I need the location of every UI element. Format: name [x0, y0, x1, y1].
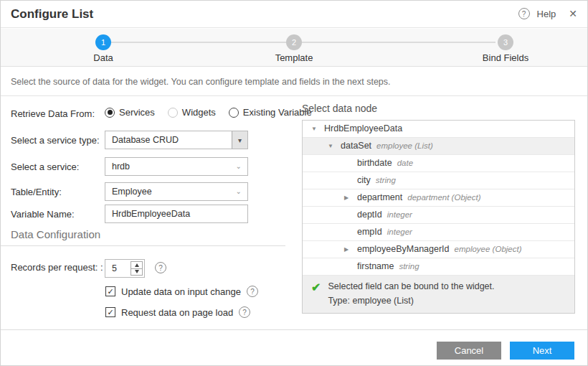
node-name: employeeByManagerId [357, 241, 450, 258]
retrieve-data-radio-group: Services Widgets Existing Variable [105, 107, 312, 118]
stepper-down-icon[interactable] [131, 269, 142, 276]
bind-message: Selected field can be bound to the widge… [328, 281, 494, 291]
node-type: employee (List) [376, 138, 433, 154]
step-connector-1 [111, 42, 286, 43]
caret-right-icon[interactable]: ▶ [344, 241, 357, 258]
radio-services-label: Services [119, 107, 155, 118]
tree-row-dataSet[interactable]: ▼dataSetemployee (List) [303, 138, 574, 155]
step-3-label: Bind Fields [463, 52, 549, 63]
check-icon: ✔ [311, 281, 321, 306]
stepper-up-icon[interactable] [131, 262, 142, 269]
tree-row-employeeByManagerId[interactable]: ▶employeeByManagerIdemployee (Object) [303, 241, 574, 258]
radio-unselected-icon[interactable] [229, 108, 239, 118]
variable-name-label: Variable Name: [11, 209, 75, 220]
node-type: integer [387, 207, 412, 223]
node-type: date [397, 155, 413, 172]
tree-row-empId[interactable]: empIdinteger [303, 224, 574, 241]
select-data-node-heading: Select data node [302, 103, 377, 114]
node-name: department [357, 189, 402, 206]
bind-type: Type: employee (List) [328, 296, 494, 306]
radio-unselected-icon[interactable] [168, 108, 178, 118]
request-data-checkbox-row: ✓ Request data on page load ? [105, 306, 250, 318]
request-data-help-icon[interactable]: ? [239, 306, 250, 318]
table-entity-select[interactable]: Employee ⌄ [105, 182, 248, 201]
node-type: employee (Object) [455, 241, 522, 258]
service-value: hrdb [112, 161, 130, 172]
tree-footer: ✔ Selected field can be bound to the wid… [303, 276, 574, 313]
radio-widgets[interactable]: Widgets [168, 107, 216, 118]
help-icon[interactable]: ? [518, 8, 530, 19]
tree-row-HrdbEmployeeData[interactable]: ▼HrdbEmployeeData [303, 121, 574, 138]
dialog-header: Configure List ? Help ✕ [1, 1, 587, 28]
records-help-icon[interactable]: ? [155, 262, 166, 273]
update-data-help-icon[interactable]: ? [247, 286, 258, 297]
subtitle-text: Select the source of data for the widget… [11, 77, 391, 87]
tree-row-firstname[interactable]: firstnamestring [303, 258, 574, 276]
service-type-select[interactable]: Database CRUD ▾ [105, 131, 248, 149]
request-data-checkbox-label: Request data on page load [121, 307, 233, 318]
node-name: empId [357, 224, 382, 240]
chevron-down-icon[interactable]: ⌄ [236, 162, 242, 170]
step-2-circle[interactable]: 2 [286, 34, 302, 50]
service-select[interactable]: hrdb ⌄ [105, 157, 248, 176]
tree-row-deptId[interactable]: deptIdinteger [303, 207, 574, 224]
update-data-checkbox-label: Update data on input change [121, 286, 241, 297]
dialog-subtitle: Select the source of data for the widget… [1, 67, 587, 96]
chevron-down-icon[interactable]: ▾ [232, 131, 247, 149]
tree-row-birthdate[interactable]: birthdatedate [303, 155, 574, 172]
radio-existing-variable[interactable]: Existing Variable [229, 107, 312, 118]
caret-down-icon[interactable]: ▼ [328, 138, 341, 154]
tree-row-city[interactable]: citystring [303, 172, 574, 189]
radio-widgets-label: Widgets [182, 107, 216, 118]
radio-selected-icon[interactable] [105, 108, 115, 118]
next-button[interactable]: Next [510, 342, 574, 360]
node-name: dataSet [341, 138, 371, 154]
service-type-label: Select a service type: [11, 135, 100, 146]
data-node-tree: ▼HrdbEmployeeData▼dataSetemployee (List)… [302, 120, 575, 314]
variable-name-input[interactable]: HrdbEmployeeData [105, 205, 248, 223]
retrieve-data-from-label: Retrieve Data From: [11, 108, 95, 119]
node-name: deptId [357, 207, 382, 223]
step-1-label: Data [60, 52, 146, 63]
service-label: Select a service: [11, 161, 79, 172]
node-type: department (Object) [407, 189, 480, 206]
service-type-value: Database CRUD [112, 135, 179, 145]
variable-name-value: HrdbEmployeeData [112, 209, 190, 219]
configure-list-dialog: Configure List ? Help ✕ 1 Data 2 Templat… [0, 0, 588, 366]
step-1-circle[interactable]: 1 [95, 34, 111, 50]
records-per-request-label: Records per request: : [11, 262, 103, 273]
node-type: string [376, 172, 396, 189]
step-3-circle[interactable]: 3 [498, 34, 513, 50]
tree-row-department[interactable]: ▶departmentdepartment (Object) [303, 189, 574, 207]
table-entity-label: Table/Entity: [11, 187, 62, 197]
update-data-checkbox-row: ✓ Update data on input change ? [105, 286, 258, 297]
records-per-request-value: 5 [105, 260, 131, 277]
wizard-stepper: 1 Data 2 Template 3 Bind Fields [1, 29, 587, 67]
node-name: firstname [357, 258, 394, 275]
table-entity-value: Employee [112, 187, 152, 197]
stepper-buttons [131, 261, 143, 276]
node-name: HrdbEmployeeData [324, 121, 402, 137]
page-title: Configure List [11, 7, 93, 22]
records-per-request-stepper[interactable]: 5 [105, 259, 145, 278]
close-icon[interactable]: ✕ [569, 8, 577, 19]
data-configuration-heading: Data Configuration [11, 228, 100, 240]
caret-right-icon[interactable]: ▶ [344, 189, 357, 206]
node-name: birthdate [357, 155, 392, 172]
cancel-button[interactable]: Cancel [437, 342, 501, 360]
checkbox-checked-icon[interactable]: ✓ [105, 286, 115, 296]
checkbox-checked-icon[interactable]: ✓ [105, 307, 115, 317]
section-divider [1, 245, 285, 246]
caret-down-icon[interactable]: ▼ [311, 121, 324, 137]
help-link[interactable]: Help [537, 9, 556, 19]
step-connector-2 [302, 42, 495, 43]
footer-divider [1, 329, 587, 330]
chevron-down-icon[interactable]: ⌄ [236, 187, 242, 195]
radio-services[interactable]: Services [105, 107, 155, 118]
node-type: string [399, 258, 419, 275]
node-type: integer [387, 224, 412, 240]
step-2-label: Template [251, 52, 337, 63]
node-name: city [357, 172, 371, 189]
